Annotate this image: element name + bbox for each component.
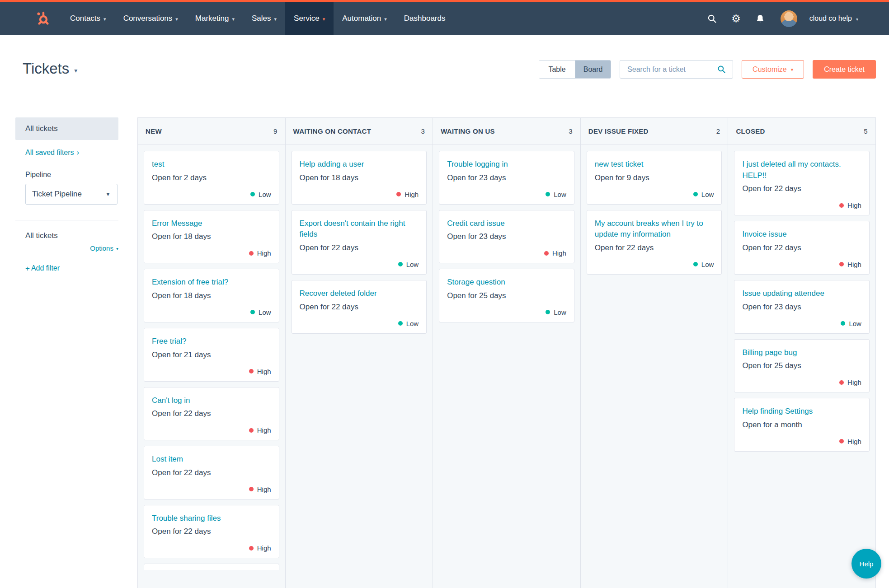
ticket-title-link[interactable]: Lost item xyxy=(152,454,271,465)
ticket-title-link[interactable]: new test ticket xyxy=(595,159,714,170)
ticket-search xyxy=(620,60,733,79)
nav-item-label: Dashboards xyxy=(404,14,446,23)
page-title-dropdown[interactable]: Tickets ▾ xyxy=(23,60,77,77)
ticket-title-link[interactable]: Storage question xyxy=(447,277,566,288)
column-header: NEW 9 xyxy=(138,118,285,145)
board-column-closed: CLOSED 5 I just deleted all my contacts.… xyxy=(728,118,875,588)
nav-item-label: Conversations xyxy=(123,14,173,23)
ticket-title-link[interactable]: Export doesn't contain the right fields xyxy=(300,218,419,240)
add-filter-button[interactable]: + Add filter xyxy=(25,264,118,272)
ticket-title-link[interactable]: Trouble logging in xyxy=(447,159,566,170)
ticket-card[interactable]: Export doesn't contain the right fields … xyxy=(292,210,427,275)
ticket-card[interactable]: test Open for 2 days Low xyxy=(144,151,279,205)
ticket-search-input[interactable] xyxy=(626,65,712,74)
ticket-title-link[interactable]: Recover deleted folder xyxy=(300,288,419,299)
ticket-title-link[interactable]: Credit card issue xyxy=(447,218,566,229)
chevron-down-icon: ▾ xyxy=(384,16,387,22)
search-icon[interactable] xyxy=(706,13,718,24)
bell-icon[interactable] xyxy=(754,13,766,24)
create-ticket-button[interactable]: Create ticket xyxy=(813,60,876,79)
main-content: All tickets All saved filters › Pipeline… xyxy=(0,117,889,588)
ticket-title-link[interactable]: Trouble sharing files xyxy=(152,513,271,524)
column-title: CLOSED xyxy=(736,127,765,135)
pipeline-label: Pipeline xyxy=(25,171,118,179)
ticket-title-link[interactable]: Error Message xyxy=(152,218,271,229)
pipeline-select[interactable]: Ticket Pipeline ▼ xyxy=(25,184,118,205)
ticket-card[interactable]: Storage question Open for 25 days Low xyxy=(439,269,574,322)
ticket-priority: High xyxy=(742,438,861,445)
chevron-down-icon: ▾ xyxy=(323,16,325,22)
board-column-waiting-on-contact: WAITING ON CONTACT 3 Help adding a user … xyxy=(286,118,433,588)
ticket-card[interactable]: I just deleted all my contacts. HELP!! O… xyxy=(734,151,870,215)
ticket-open-duration: Open for 22 days xyxy=(152,527,271,536)
priority-dot-icon xyxy=(398,321,403,326)
ticket-card[interactable]: Issue updating attendee Open for 23 days… xyxy=(734,280,870,334)
ticket-card[interactable]: Invoice issue Open for 22 days High xyxy=(734,221,870,275)
ticket-card[interactable]: Trouble sharing files Open for 22 days H… xyxy=(144,505,279,559)
column-count: 3 xyxy=(421,127,425,135)
ticket-card[interactable]: new test ticket Open for 9 days Low xyxy=(587,151,722,205)
ticket-title-link[interactable]: Extension of free trial? xyxy=(152,277,271,288)
main-nav: Contacts▾Conversations▾Marketing▾Sales▾S… xyxy=(61,2,454,35)
ticket-title-link[interactable]: test xyxy=(152,159,271,170)
ticket-card-partial[interactable] xyxy=(144,564,279,570)
board-view-button[interactable]: Board xyxy=(575,61,611,78)
search-icon[interactable] xyxy=(715,64,727,75)
hubspot-logo[interactable] xyxy=(35,2,51,35)
ticket-title-link[interactable]: Help finding Settings xyxy=(742,406,861,417)
ticket-title-link[interactable]: Free trial? xyxy=(152,336,271,347)
ticket-card[interactable]: Lost item Open for 22 days High xyxy=(144,446,279,499)
nav-item-sales[interactable]: Sales▾ xyxy=(243,2,285,35)
top-navbar: Contacts▾Conversations▾Marketing▾Sales▾S… xyxy=(0,2,889,35)
nav-item-service[interactable]: Service▾ xyxy=(285,2,334,35)
ticket-card[interactable]: Error Message Open for 18 days High xyxy=(144,210,279,264)
gear-icon[interactable]: ⚙ xyxy=(730,13,742,24)
ticket-title-link[interactable]: Can't log in xyxy=(152,395,271,406)
ticket-card[interactable]: Help finding Settings Open for a month H… xyxy=(734,398,870,452)
board-column-dev-issue-fixed: DEV ISSUE FIXED 2 new test ticket Open f… xyxy=(581,118,729,588)
all-saved-filters-link[interactable]: All saved filters › xyxy=(25,149,118,157)
ticket-open-duration: Open for 25 days xyxy=(447,291,566,300)
chevron-down-icon: ▾ xyxy=(274,16,277,22)
ticket-title-link[interactable]: Issue updating attendee xyxy=(742,288,861,299)
sidebar-item-all-tickets[interactable]: All tickets xyxy=(15,117,118,140)
avatar[interactable] xyxy=(781,10,797,27)
chevron-down-icon: ▾ xyxy=(74,67,77,74)
priority-label: High xyxy=(257,544,271,552)
ticket-card[interactable]: Billing page bug Open for 25 days High xyxy=(734,339,870,393)
ticket-title-link[interactable]: Help adding a user xyxy=(300,159,419,170)
ticket-title-link[interactable]: Invoice issue xyxy=(742,229,861,240)
nav-item-contacts[interactable]: Contacts▾ xyxy=(61,2,115,35)
help-button[interactable]: Help xyxy=(851,549,881,579)
ticket-card[interactable]: Free trial? Open for 21 days High xyxy=(144,328,279,382)
priority-dot-icon xyxy=(546,192,550,196)
customize-button[interactable]: Customize ▾ xyxy=(742,60,804,79)
table-view-button[interactable]: Table xyxy=(539,61,575,78)
options-menu[interactable]: Options ▾ xyxy=(90,244,118,252)
account-menu[interactable]: cloud co help ▾ xyxy=(809,14,858,23)
ticket-card[interactable]: Trouble logging in Open for 23 days Low xyxy=(439,151,574,205)
ticket-title-link[interactable]: My account breaks when I try to update m… xyxy=(595,218,714,240)
chevron-down-icon: ▾ xyxy=(856,17,858,22)
saved-filters-label: All saved filters xyxy=(25,149,74,157)
ticket-card[interactable]: My account breaks when I try to update m… xyxy=(587,210,722,275)
ticket-title-link[interactable]: I just deleted all my contacts. HELP!! xyxy=(742,159,861,181)
ticket-card[interactable]: Help adding a user Open for 18 days High xyxy=(292,151,427,205)
nav-item-dashboards[interactable]: Dashboards xyxy=(395,2,454,35)
nav-item-label: Sales xyxy=(252,14,271,23)
nav-item-automation[interactable]: Automation▾ xyxy=(334,2,395,35)
ticket-card[interactable]: Credit card issue Open for 23 days High xyxy=(439,210,574,264)
ticket-title-link[interactable]: Billing page bug xyxy=(742,347,861,359)
ticket-card[interactable]: Recover deleted folder Open for 22 days … xyxy=(292,280,427,334)
nav-item-conversations[interactable]: Conversations▾ xyxy=(115,2,187,35)
priority-dot-icon xyxy=(839,380,844,385)
priority-label: High xyxy=(847,378,861,386)
ticket-priority: High xyxy=(152,426,271,434)
priority-dot-icon xyxy=(249,251,254,256)
ticket-card[interactable]: Can't log in Open for 22 days High xyxy=(144,387,279,441)
ticket-open-duration: Open for 22 days xyxy=(152,468,271,477)
ticket-card[interactable]: Extension of free trial? Open for 18 day… xyxy=(144,269,279,322)
nav-item-marketing[interactable]: Marketing▾ xyxy=(187,2,243,35)
priority-label: Low xyxy=(554,191,566,198)
priority-label: Low xyxy=(406,261,419,268)
